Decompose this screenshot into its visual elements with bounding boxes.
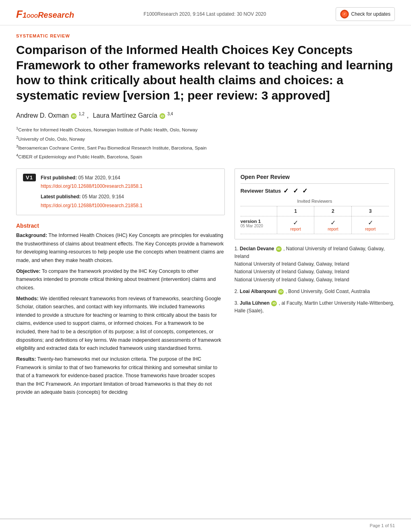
orcid-icon-reviewer-2: iD [278, 289, 284, 295]
affiliation-2: 2University of Oslo, Oslo, Norway [16, 134, 395, 143]
orcid-icon-1: iD [71, 113, 77, 119]
reviewer-col-headers: 1 2 3 [241, 206, 389, 216]
reviewer-col-1: 1 [277, 206, 314, 216]
header: F 1 OOO Research F1000Research 2020, 9:1… [0, 0, 411, 25]
article-title: Comparison of the Informed Health Choice… [16, 42, 395, 103]
abstract-background: Background: The Informed Health Choices … [16, 231, 225, 265]
affiliations: 1Centre for Informed Health Choices, Nor… [16, 125, 395, 161]
orcid-icon-reviewer-1: iD [276, 246, 282, 252]
report-link-3[interactable]: report [365, 227, 376, 231]
reviewer-1-v1: ✓ report [277, 216, 314, 234]
check-updates-button[interactable]: ✓ Check for updates [336, 7, 395, 21]
reviewer-list: 1. Declan Devane iD , National Universit… [235, 245, 395, 315]
page: F 1 OOO Research F1000Research 2020, 9:1… [0, 0, 411, 532]
reviewer-col-3: 3 [351, 206, 389, 216]
first-published: First published: 05 Mar 2020, 9:164 http… [41, 174, 143, 191]
reviewer-1-name: Declan Devane [240, 246, 274, 251]
abstract-title: Abstract [16, 222, 225, 229]
reviewer-2-name: Loai Albarqouni [240, 289, 276, 294]
abstract-body: Background: The Informed Health Choices … [16, 231, 225, 397]
check-marks: ✓ ✓ ✓ [283, 187, 309, 195]
report-link-2[interactable]: report [328, 227, 338, 231]
reviewer-col-2: 2 [314, 206, 351, 216]
latest-published: Latest published: 05 Mar 2020, 9:164 htt… [41, 193, 143, 210]
orcid-icon-2: iD [160, 113, 165, 119]
abstract-section: Abstract Background: The Informed Health… [16, 222, 225, 397]
logo: F 1 OOO Research [16, 8, 74, 21]
author-1: Andrew D. Oxman iD 1,2 [16, 112, 85, 119]
reviewer-2-v1: ✓ report [314, 216, 351, 234]
peer-review-box: Open Peer Review Reviewer Status ✓ ✓ ✓ I… [235, 168, 395, 239]
affiliation-3: 3Iberoamerican Cochrane Centre, Sant Pau… [16, 143, 395, 152]
v1-badge: V1 [23, 174, 36, 181]
peer-review-title: Open Peer Review [241, 174, 389, 184]
left-column: V1 First published: 05 Mar 2020, 9:164 h… [16, 168, 225, 399]
journal-info: F1000Research 2020, 9:164 Last updated: … [143, 11, 266, 17]
version-1-row: version 1 05 Mar 2020 ✓ report ✓ report [241, 216, 389, 234]
version-box: V1 First published: 05 Mar 2020, 9:164 h… [16, 168, 225, 215]
abstract-methods: Methods: We identified relevant framewor… [16, 295, 225, 353]
reviewer-3-v1: ✓ report [351, 216, 389, 234]
invited-label: Invited Reviewers [241, 199, 389, 204]
reviewer-1-number: 1. [235, 246, 240, 251]
main-content: SYSTEMATIC REVIEW Comparison of the Info… [0, 25, 411, 411]
abstract-results: Results: Twenty-two frameworks met our i… [16, 355, 225, 397]
affiliation-1: 1Centre for Informed Health Choices, Nor… [16, 125, 395, 134]
logo-text: F 1 OOO Research [16, 8, 74, 21]
right-column: Open Peer Review Reviewer Status ✓ ✓ ✓ I… [235, 168, 395, 399]
reviewer-item-3: 3. Julia Lühnen iD , al Faculty, Martin … [235, 299, 395, 315]
orcid-icon-reviewer-3: iD [271, 301, 277, 306]
reviewer-status: Reviewer Status ✓ ✓ ✓ [241, 187, 389, 195]
affiliation-4: 4CIBER of Epidemiology and Public Health… [16, 152, 395, 161]
version-label: V1 First published: 05 Mar 2020, 9:164 h… [23, 174, 218, 210]
check-updates-icon: ✓ [340, 10, 349, 19]
author-2: Laura Martínez García iD 3,4 [93, 112, 173, 119]
authors-section: Andrew D. Oxman iD 1,2 , Laura Martínez … [16, 112, 395, 119]
first-doi-link[interactable]: https://doi.org/10.12688/f1000research.2… [41, 183, 143, 189]
article-type: SYSTEMATIC REVIEW [16, 33, 395, 38]
page-number: Page 1 of 51 [370, 523, 395, 528]
reviewer-item-2: 2. Loai Albarqouni iD , Bond University,… [235, 288, 395, 295]
svg-text:✓: ✓ [343, 12, 346, 15]
reviewer-3-name: Julia Lühnen [240, 300, 270, 306]
footer: Page 1 of 51 [0, 519, 411, 532]
check-updates-label: Check for updates [351, 11, 390, 17]
abstract-objective: Objective: To compare the framework prov… [16, 267, 225, 292]
report-link-1[interactable]: report [291, 227, 301, 231]
reviewer-item-1: 1. Declan Devane iD , National Universit… [235, 245, 395, 284]
reviewer-2-number: 2. [235, 289, 240, 294]
two-column-layout: V1 First published: 05 Mar 2020, 9:164 h… [16, 168, 395, 399]
latest-doi-link[interactable]: https://doi.org/10.12688/f1000research.2… [41, 203, 143, 208]
reviewer-3-number: 3. [235, 300, 240, 306]
version-info: First published: 05 Mar 2020, 9:164 http… [41, 174, 143, 210]
